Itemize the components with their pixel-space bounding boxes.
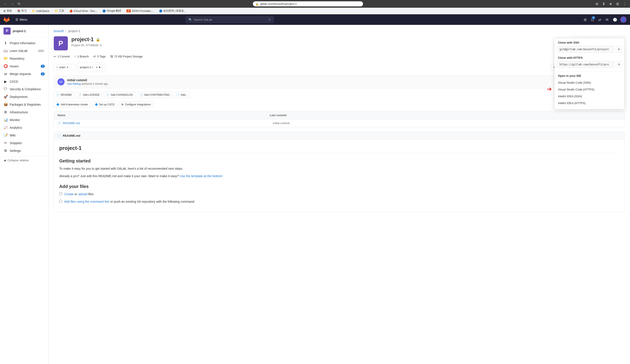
menu-button[interactable]: ☰ Menu — [13, 16, 30, 23]
ide-option-vscode-ssh[interactable]: Visual Studio Code (SSH) — [557, 79, 622, 86]
add-kubernetes-button[interactable]: 🔷 Add Kubernetes cluster — [54, 101, 90, 108]
readme-button[interactable]: 📄 README — [54, 92, 74, 98]
ide-option-intellij-https[interactable]: IntelliJ IDEA (HTTPS) — [557, 100, 622, 106]
bookmark-icon-json: JF — [126, 9, 131, 12]
file-name-link[interactable]: README.md — [63, 121, 273, 125]
sidebar-project-name: project-1 — [13, 29, 26, 33]
readme-getting-started-text: To make it easy for you to get started w… — [59, 166, 619, 171]
extension-icon[interactable]: ⊞ — [615, 1, 620, 6]
address-bar[interactable]: 🔒 gitlab.com/bossoft1/project-1 — [253, 1, 363, 6]
readme-checkbox-create[interactable] — [59, 192, 62, 195]
sidebar-item-snippets[interactable]: ✂ Snippets — [0, 139, 48, 147]
sidebar-item-wiki[interactable]: 📝 Wiki — [0, 131, 48, 139]
copy-id-icon[interactable]: ⧉ — [100, 43, 102, 47]
browser-chrome: ← → ↻ 🔒 gitlab.com/bossoft1/project-1 ⊕ … — [0, 0, 630, 8]
back-button[interactable]: ← — [2, 1, 8, 6]
add-changelog-button[interactable]: 📄 Add CHANGELOG — [104, 92, 135, 98]
gitlab-logo[interactable] — [4, 16, 10, 23]
clock-icon-button[interactable]: 🕐 — [612, 16, 618, 23]
readme-upload-link[interactable]: upload — [78, 192, 87, 196]
add-contributing-button[interactable]: 📄 Add CONTRIBUTING — [137, 92, 172, 98]
sidebar-item-packages[interactable]: 📦 Packages & Registries — [0, 101, 48, 108]
readme-commandline-link[interactable]: Add files using the command line — [64, 200, 109, 203]
ide-option-intellij-ssh[interactable]: IntelliJ IDEA (SSH) — [557, 93, 622, 100]
sidebar-item-merge-requests[interactable]: ⇄ Merge requests 0 — [0, 70, 48, 78]
forward-button[interactable]: → — [9, 1, 16, 6]
sidebar-item-analytics[interactable]: 📈 Analytics — [0, 124, 48, 131]
configure-integrations-button[interactable]: ⚙ Configure Integrations — [119, 101, 153, 108]
bookmark-system[interactable]: 🖥 系统 — [2, 8, 13, 13]
bookmark-tools[interactable]: 📁 工具 — [54, 8, 65, 13]
sidebar-item-infrastructure[interactable]: ⚙ Infrastructure — [0, 108, 48, 116]
bookmark-json-formatter[interactable]: JF JSON Formatter,... — [126, 8, 154, 13]
readme-command-line: Add files using the command line or push… — [59, 199, 619, 204]
sidebar-project-header: P project-1 — [0, 25, 48, 37]
readme-label: README — [60, 93, 72, 96]
sidebar-project-avatar: P — [4, 27, 10, 34]
sidebar-item-security[interactable]: 🛡 Security & Compliance — [0, 85, 48, 93]
branches-count: 1 Branch — [77, 55, 89, 58]
add-file-button[interactable]: + ▾ — [94, 64, 103, 70]
commit-info: XF Initial commit xiao feiteng authored … — [54, 75, 625, 88]
readme-create-link[interactable]: Create — [64, 192, 74, 196]
sidebar-collapse-button[interactable]: ◀ Collapse sidebar — [0, 156, 48, 164]
bookmark-icon[interactable]: ★ — [608, 1, 614, 6]
ide-option-vscode-https[interactable]: Visual Studio Code (HTTPS) — [557, 86, 622, 93]
breadcrumb-parent[interactable]: bossoft — [54, 29, 64, 33]
merge-requests-badge: 0 — [41, 72, 45, 75]
commit-author-link[interactable]: xiao feiteng — [67, 82, 80, 85]
bookmark-google-translate[interactable]: 🔵 Google 翻译 — [102, 8, 122, 13]
clone-https-copy-button[interactable]: ⧉ — [616, 61, 622, 68]
translate-icon[interactable]: ⊕ — [594, 1, 600, 6]
bookmark-icon-tools: 📁 — [55, 9, 58, 12]
sidebar-item-project-info[interactable]: ℹ Project information — [0, 39, 48, 47]
reload-button[interactable]: ↻ — [16, 1, 22, 6]
download-icon[interactable]: ⬇ — [601, 1, 606, 6]
path-display: project-1 / + ▾ — [78, 62, 105, 72]
learn-gitlab-icon: 📖 — [4, 49, 8, 53]
readme-checkbox-commandline[interactable] — [59, 200, 62, 203]
readme-filename: README.md — [63, 134, 80, 137]
setup-cicd-button[interactable]: 🔷 Set up CI/CD — [92, 101, 117, 108]
clone-https-input[interactable] — [557, 61, 614, 68]
sidebar-item-settings[interactable]: ⚙ Settings — [0, 147, 48, 154]
bookmark-codespace[interactable]: 📁 codeSpace — [31, 8, 50, 13]
bookmark-zhishi[interactable]: 🔵 知识星球 | 深度连... — [158, 8, 187, 13]
user-avatar-button[interactable]: 👤 — [620, 16, 626, 23]
bookmark-icloud[interactable]: 🍎 iCloud Drive - Doc... — [68, 8, 98, 13]
sidebar-item-repository[interactable]: 📁 Repository — [0, 54, 48, 62]
bookmarks-bar: 🖥 系统 📚 学习 📁 codeSpace 📁 工具 🍎 iCloud Driv… — [0, 8, 630, 14]
header-search[interactable]: 🔍 Search GitLab / — [186, 16, 274, 23]
issues-header-button[interactable]: ✉ — [604, 16, 610, 23]
sidebar-item-issues[interactable]: ⭕ Issues 0 — [0, 62, 48, 70]
clone-ssh-copy-button[interactable]: ⧉ — [616, 46, 622, 53]
sidebar-item-ci-cd[interactable]: ▶ CI/CD — [0, 78, 48, 85]
bookmark-icon-codespace: 📁 — [32, 9, 35, 12]
more-icon[interactable]: ⋮ — [622, 1, 628, 6]
branch-name: main — [59, 66, 66, 69]
readme-file-icon: 📄 — [58, 134, 61, 137]
url-text: gitlab.com/bossoft1/project-1 — [260, 2, 297, 5]
readme-add-files: Add your files — [59, 184, 619, 189]
sidebar-item-label-cicd: CI/CD — [10, 80, 45, 83]
readme-files-text: files — [88, 192, 94, 196]
add-more-button[interactable]: 📄 Add... — [174, 92, 190, 98]
integrations-icon: ⚙ — [121, 103, 124, 106]
add-license-button[interactable]: 📄 Add LICENSE — [76, 92, 102, 98]
sidebar-item-deployments[interactable]: 🚀 Deployments — [0, 93, 48, 101]
sidebar-item-monitor[interactable]: 📊 Monitor — [0, 116, 48, 124]
todo-icon-button[interactable]: ⊡ 9 — [590, 16, 595, 23]
bookmark-learn[interactable]: 📚 学习 — [16, 8, 28, 13]
stat-commits[interactable]: ↩ 1 Commit — [54, 55, 70, 58]
project-name: project-1 — [71, 36, 94, 42]
readme-create-line: Create or upload files — [59, 192, 619, 197]
clone-ssh-input[interactable] — [557, 46, 614, 53]
sidebar-item-learn-gitlab[interactable]: 📖 Learn GitLab 11% — [0, 47, 48, 54]
readme-template-link[interactable]: Use the template at the bottom! — [180, 174, 223, 178]
screen-icon-button[interactable]: ⊞ — [582, 16, 588, 23]
stat-branches[interactable]: ⑂ 1 Branch — [74, 55, 89, 58]
stat-tags[interactable]: 🏷 0 Tags — [93, 55, 106, 58]
merge-requests-header-button[interactable]: ⇄ — [597, 16, 602, 23]
branch-selector[interactable]: ⑂ main ▾ — [54, 64, 76, 70]
commit-meta: xiao feiteng authored 1 minute ago — [67, 82, 621, 85]
